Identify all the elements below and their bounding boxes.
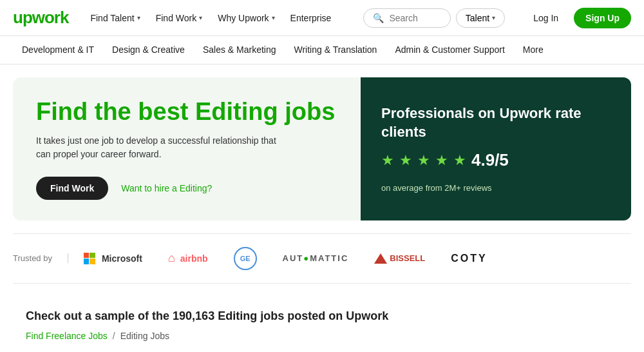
airbnb-logo: ⌂ airbnb (168, 251, 208, 265)
automattic-logo: AUT●MATTIC (283, 253, 349, 263)
hero-section: Find the best Editing jobs It takes just… (13, 77, 631, 220)
rating-row: ★ ★ ★ ★ ★ 4.9/5 (381, 150, 611, 170)
star-icon-4: ★ (435, 152, 448, 169)
brand-logos: Microsoft ⌂ airbnb GE AUT●MATTIC BISSELL… (84, 247, 631, 270)
hero-title: Find the best Editing jobs (36, 98, 337, 126)
trusted-section: Trusted by Microsoft ⌂ airbnb GE AUT●MAT… (13, 233, 631, 284)
star-icon-1: ★ (381, 152, 394, 169)
talent-dropdown-button[interactable]: Talent ▾ (456, 8, 505, 28)
sub-nav: Development & IT Design & Creative Sales… (0, 36, 644, 64)
subnav-sales-marketing[interactable]: Sales & Marketing (194, 38, 285, 63)
trusted-label: Trusted by (13, 253, 68, 263)
review-note: on average from 2M+ reviews (381, 183, 611, 193)
subnav-writing-translation[interactable]: Writing & Translation (285, 38, 386, 63)
nav-why-upwork[interactable]: Why Upwork ▾ (211, 9, 281, 27)
chevron-down-icon: ▾ (137, 14, 140, 21)
search-icon: 🔍 (373, 13, 384, 23)
nav-find-talent[interactable]: Find Talent ▾ (84, 9, 146, 27)
coty-logo: COTY (451, 253, 487, 264)
nav-enterprise[interactable]: Enterprise (284, 9, 338, 27)
star-icon-2: ★ (399, 152, 412, 169)
bissell-logo: BISSELL (374, 253, 425, 264)
nav-find-work[interactable]: Find Work ▾ (149, 9, 209, 27)
subnav-admin-support[interactable]: Admin & Customer Support (386, 38, 513, 63)
bissell-icon (374, 253, 387, 264)
microsoft-logo: Microsoft (84, 253, 142, 264)
upwork-logo[interactable]: upwork (13, 8, 68, 28)
rating-value: 4.9/5 (471, 150, 509, 170)
auth-area: Log In Sign Up (526, 8, 631, 28)
header: upwork Find Talent ▾ Find Work ▾ Why Upw… (0, 0, 644, 36)
search-input[interactable] (389, 13, 440, 23)
jobs-title: Check out a sample of the 190,163 Editin… (26, 309, 618, 323)
hero-left: Find the best Editing jobs It takes just… (13, 77, 361, 220)
breadcrumb-current: Editing Jobs (120, 331, 169, 341)
breadcrumb: Find Freelance Jobs / Editing Jobs (26, 331, 618, 341)
hire-editing-link[interactable]: Want to hire a Editing? (121, 183, 212, 193)
find-work-button[interactable]: Find Work (36, 177, 108, 200)
chevron-down-icon: ▾ (199, 14, 202, 21)
main-nav: Find Talent ▾ Find Work ▾ Why Upwork ▾ E… (84, 9, 337, 27)
breadcrumb-home-link[interactable]: Find Freelance Jobs (26, 331, 108, 341)
chevron-down-icon: ▾ (272, 14, 275, 21)
signup-button[interactable]: Sign Up (574, 8, 631, 28)
hero-actions: Find Work Want to hire a Editing? (36, 177, 337, 200)
star-icon-5: ★ (453, 152, 466, 169)
hero-right-card: Professionals on Upwork rate clients ★ ★… (361, 77, 631, 220)
subnav-design-creative[interactable]: Design & Creative (103, 38, 194, 63)
login-button[interactable]: Log In (526, 9, 566, 27)
microsoft-icon (84, 253, 95, 264)
breadcrumb-separator: / (113, 331, 115, 341)
subnav-more[interactable]: More (514, 38, 553, 63)
search-box[interactable]: 🔍 (363, 8, 450, 28)
jobs-section: Check out a sample of the 190,163 Editin… (0, 297, 644, 352)
ge-logo: GE (234, 247, 257, 270)
star-icon-3: ★ (417, 152, 430, 169)
search-area: 🔍 Talent ▾ (363, 8, 505, 28)
chevron-down-icon: ▾ (492, 14, 495, 21)
hero-right-title: Professionals on Upwork rate clients (381, 104, 611, 141)
airbnb-icon: ⌂ (168, 251, 175, 265)
hero-subtitle: It takes just one job to develop a succe… (36, 134, 281, 161)
subnav-development-it[interactable]: Development & IT (13, 38, 103, 63)
